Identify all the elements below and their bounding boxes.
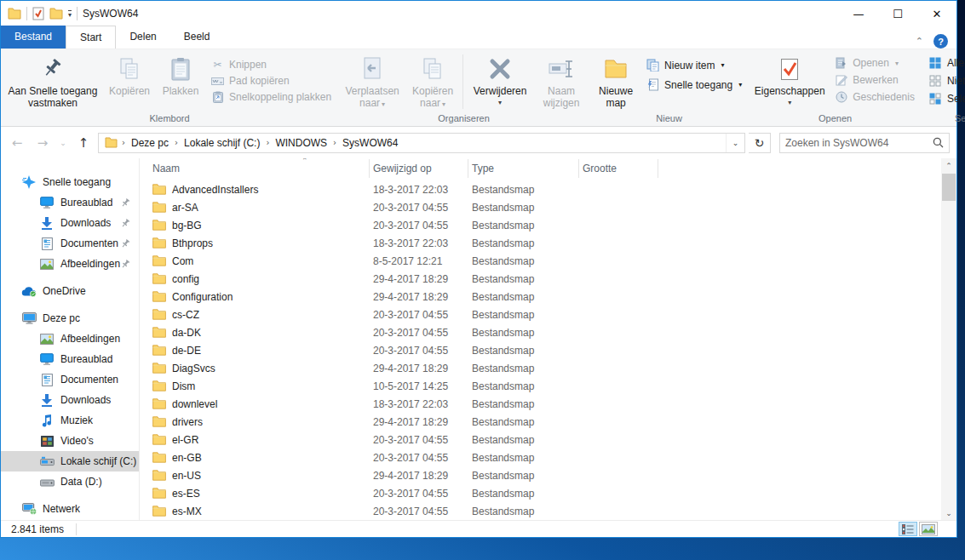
column-header-name[interactable]: Naam: [140, 159, 370, 178]
file-row-advancedinstallers[interactable]: AdvancedInstallers18-3-2017 22:03Bestand…: [140, 180, 941, 198]
sidebar-item-afbeeldingen[interactable]: Afbeeldingen: [1, 329, 139, 349]
sidebar-item-downloads[interactable]: Downloads: [1, 213, 139, 233]
refresh-icon[interactable]: ↻: [749, 133, 771, 153]
search-icon[interactable]: [933, 137, 944, 148]
file-row-configuration[interactable]: Configuration29-4-2017 18:29Bestandsmap: [140, 288, 941, 306]
minimize-button[interactable]: —: [839, 1, 878, 26]
sidebar-item-bureaublad[interactable]: Bureaublad: [1, 349, 139, 369]
file-row-drivers[interactable]: drivers29-4-2017 18:29Bestandsmap: [140, 413, 941, 431]
scroll-down-icon[interactable]: ⌄: [941, 506, 956, 520]
tab-file[interactable]: Bestand: [1, 26, 66, 49]
move-to-button[interactable]: Verplaatsen naar▾: [340, 51, 405, 112]
delete-button[interactable]: Verwijderen ▾: [465, 51, 535, 112]
copy-to-button[interactable]: Kopiëren naar▾: [405, 51, 461, 112]
select-all-button[interactable]: Alles selecteren: [927, 56, 965, 70]
file-row-el-gr[interactable]: el-GR20-3-2017 04:55Bestandsmap: [140, 431, 941, 449]
sidebar-item-video-s[interactable]: Video's: [1, 431, 139, 451]
address-bar[interactable]: ›Deze pc›Lokale schijf (C:)›WINDOWS›SysW…: [98, 133, 745, 153]
properties-button[interactable]: Eigenschappen ▾: [750, 51, 829, 112]
file-row-dism[interactable]: Dism10-5-2017 14:25Bestandsmap: [140, 377, 941, 395]
column-header-size[interactable]: Grootte: [579, 159, 658, 178]
history-button[interactable]: Geschiedenis: [832, 90, 916, 104]
file-row-en-us[interactable]: en-US29-4-2017 18:29Bestandsmap: [140, 466, 941, 484]
open-button[interactable]: Openen ▾: [832, 56, 916, 70]
file-row-de-de[interactable]: de-DE20-3-2017 04:55Bestandsmap: [140, 341, 941, 359]
breadcrumb-segment-windows[interactable]: WINDOWS: [272, 135, 330, 151]
sidebar-item-muziek[interactable]: Muziek: [1, 410, 139, 431]
pin-to-quick-access-button[interactable]: Aan Snelle toegang vastmaken: [3, 51, 103, 112]
tab-view[interactable]: Beeld: [170, 26, 224, 49]
file-row-en-gb[interactable]: en-GB20-3-2017 04:55Bestandsmap: [140, 449, 941, 466]
file-row-diagsvcs[interactable]: DiagSvcs29-4-2017 18:29Bestandsmap: [140, 359, 941, 377]
sidebar-item-deze-pc[interactable]: Deze pc: [1, 308, 139, 329]
file-row-es-es[interactable]: es-ES20-3-2017 04:55Bestandsmap: [140, 484, 941, 502]
file-row-downlevel[interactable]: downlevel18-3-2017 22:03Bestandsmap: [140, 395, 941, 413]
sidebar-item-bureaublad[interactable]: Bureaublad: [1, 192, 139, 213]
file-row-bg-bg[interactable]: bg-BG20-3-2017 04:55Bestandsmap: [140, 216, 941, 234]
recent-locations-caret-icon[interactable]: ⌄: [57, 139, 69, 147]
column-header-modified[interactable]: Gewijzigd op: [370, 159, 468, 178]
folder-icon: [152, 398, 166, 409]
window-title: SysWOW64: [83, 8, 138, 20]
tab-share[interactable]: Delen: [116, 26, 169, 49]
file-row-ar-sa[interactable]: ar-SA20-3-2017 04:55Bestandsmap: [140, 198, 941, 216]
breadcrumb-separator-icon[interactable]: ›: [121, 138, 126, 147]
qat-new-folder-icon[interactable]: [49, 8, 63, 20]
sidebar-item-downloads[interactable]: Downloads: [1, 390, 139, 410]
select-none-label: Niets selecteren: [947, 75, 965, 87]
search-input[interactable]: [785, 137, 933, 149]
details-view-button[interactable]: [899, 522, 917, 536]
large-icons-view-button[interactable]: [919, 522, 938, 536]
vertical-scrollbar[interactable]: ⌃ ⌄: [941, 158, 956, 520]
breadcrumb-separator-icon[interactable]: ›: [174, 138, 179, 147]
close-button[interactable]: ✕: [917, 1, 956, 26]
breadcrumb-segment-syswow64[interactable]: SysWOW64: [339, 135, 401, 151]
qat-properties-icon[interactable]: [32, 7, 44, 20]
breadcrumb-separator-icon[interactable]: ›: [332, 138, 337, 147]
sidebar-item-onedrive[interactable]: OneDrive: [1, 281, 139, 301]
help-icon[interactable]: ?: [933, 34, 948, 49]
pin-icon: [121, 198, 130, 208]
scrollbar-thumb[interactable]: [942, 174, 956, 201]
qat-customize-caret-icon[interactable]: ▾: [68, 10, 72, 18]
sidebar-item-documenten[interactable]: Documenten: [1, 233, 139, 254]
invert-selection-button[interactable]: Selectie omkeren: [927, 92, 965, 106]
breadcrumb-segment-deze-pc[interactable]: Deze pc: [128, 135, 172, 151]
copy-button[interactable]: Kopiëren: [103, 51, 156, 112]
sidebar-item-data-d[interactable]: Data (D:): [1, 471, 139, 492]
sidebar-item-snelle-toegang[interactable]: Snelle toegang: [1, 172, 139, 192]
file-row-com[interactable]: Com8-5-2017 12:21Bestandsmap: [140, 252, 941, 270]
file-row-cs-cz[interactable]: cs-CZ20-3-2017 04:55Bestandsmap: [140, 306, 941, 323]
file-row-da-dk[interactable]: da-DK20-3-2017 04:55Bestandsmap: [140, 323, 941, 341]
paste-shortcut-button[interactable]: Snelkoppeling plakken: [209, 90, 333, 104]
sidebar-item-documenten[interactable]: Documenten: [1, 369, 139, 390]
address-dropdown-caret-icon[interactable]: ⌄: [726, 134, 744, 152]
select-none-button[interactable]: Niets selecteren: [927, 74, 965, 88]
tab-start[interactable]: Start: [66, 26, 116, 49]
cut-button[interactable]: ✂ Knippen: [209, 58, 333, 71]
back-button[interactable]: ←: [6, 135, 28, 151]
copy-path-button[interactable]: Pad kopiëren: [209, 74, 333, 88]
forward-button[interactable]: →: [32, 135, 54, 151]
main-area: Snelle toegangBureaubladDownloadsDocumen…: [1, 158, 956, 520]
edit-button[interactable]: Bewerken: [832, 73, 916, 87]
sidebar-item-afbeeldingen[interactable]: Afbeeldingen: [1, 254, 139, 274]
file-name: AdvancedInstallers: [172, 184, 258, 196]
sidebar-item-netwerk[interactable]: Netwerk: [1, 499, 139, 519]
maximize-button[interactable]: ☐: [878, 1, 917, 26]
scroll-up-icon[interactable]: ⌃: [941, 158, 956, 173]
rename-button[interactable]: Naam wijzigen: [535, 51, 588, 112]
file-row-config[interactable]: config29-4-2017 18:29Bestandsmap: [140, 270, 941, 288]
file-row-bthprops[interactable]: Bthprops18-3-2017 22:03Bestandsmap: [140, 234, 941, 252]
new-folder-button[interactable]: Nieuwe map: [591, 51, 640, 112]
new-item-button[interactable]: Nieuw item ▾: [644, 58, 744, 72]
collapse-ribbon-icon[interactable]: ⌃: [916, 36, 923, 47]
up-button[interactable]: ↑: [72, 135, 95, 151]
breadcrumb-segment-lokale-schijf-c[interactable]: Lokale schijf (C:): [181, 135, 263, 151]
easy-access-button[interactable]: Snelle toegang ▾: [644, 77, 744, 92]
sidebar-item-lokale-schijf-c[interactable]: Lokale schijf (C:): [1, 451, 139, 471]
file-row-es-mx[interactable]: es-MX20-3-2017 04:55Bestandsmap: [140, 502, 941, 520]
breadcrumb-separator-icon[interactable]: ›: [265, 138, 270, 147]
paste-button[interactable]: Plakken: [156, 51, 205, 112]
column-header-type[interactable]: Type: [468, 159, 579, 178]
